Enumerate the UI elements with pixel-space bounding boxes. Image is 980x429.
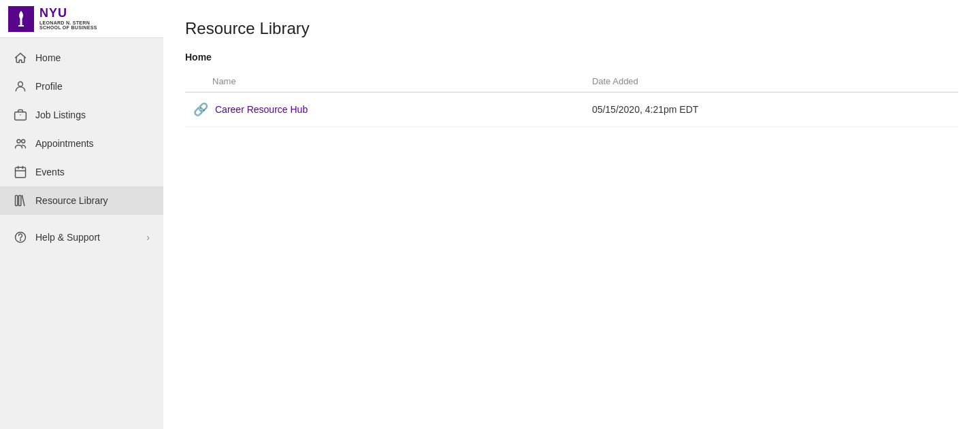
sidebar-item-job-listings-label: Job Listings — [35, 109, 150, 120]
logo-nyu-label: NYU — [39, 7, 97, 20]
page-title: Resource Library — [185, 19, 958, 38]
svg-rect-7 — [16, 167, 26, 177]
svg-rect-1 — [18, 25, 24, 27]
svg-rect-11 — [16, 196, 18, 206]
logo-text: NYU LEONARD N. STERN SCHOOL OF BUSINESS — [39, 7, 97, 31]
svg-point-6 — [22, 139, 25, 143]
table-cell-date: 05/15/2020, 4:21pm EDT — [584, 92, 958, 127]
svg-rect-0 — [20, 18, 22, 25]
sidebar: NYU LEONARD N. STERN SCHOOL OF BUSINESS … — [0, 0, 163, 429]
svg-point-14 — [20, 240, 21, 241]
link-icon: 🔗 — [193, 102, 208, 117]
main-content: Resource Library Home Name Date Added 🔗 … — [163, 0, 980, 429]
chevron-right-icon: › — [146, 232, 150, 243]
svg-point-2 — [18, 82, 23, 86]
sidebar-item-resource-library[interactable]: Resource Library — [0, 186, 163, 215]
svg-rect-3 — [15, 112, 27, 120]
sidebar-item-home[interactable]: Home — [0, 44, 163, 72]
logo-stern-line1: LEONARD N. STERN — [39, 20, 97, 26]
person-icon — [14, 80, 27, 93]
sidebar-item-help[interactable]: Help & Support › — [0, 223, 163, 252]
column-name: Name — [185, 71, 584, 92]
help-icon — [14, 230, 27, 244]
sidebar-item-appointments[interactable]: Appointments — [0, 129, 163, 158]
sidebar-item-job-listings[interactable]: Job Listings — [0, 101, 163, 129]
home-icon — [14, 51, 27, 65]
svg-rect-12 — [19, 196, 21, 206]
sidebar-item-events-label: Events — [35, 167, 150, 177]
nyu-torch-icon — [14, 10, 29, 29]
briefcase-icon — [14, 108, 27, 122]
people-icon — [14, 137, 27, 150]
sidebar-item-appointments-label: Appointments — [35, 138, 150, 149]
logo-stern-line2: SCHOOL OF BUSINESS — [39, 25, 97, 31]
logo-area: NYU LEONARD N. STERN SCHOOL OF BUSINESS — [0, 0, 163, 38]
sidebar-item-resource-library-label: Resource Library — [35, 195, 150, 206]
sidebar-nav: Home Profile Job Listings Appointments — [0, 38, 163, 429]
table-body: 🔗 Career Resource Hub 05/15/2020, 4:21pm… — [185, 92, 958, 127]
sidebar-item-profile-label: Profile — [35, 81, 150, 92]
sidebar-item-profile[interactable]: Profile — [0, 72, 163, 101]
sidebar-item-help-label: Help & Support — [35, 232, 138, 243]
career-resource-hub-link[interactable]: Career Resource Hub — [215, 104, 308, 115]
sidebar-item-home-label: Home — [35, 52, 150, 63]
svg-point-5 — [17, 139, 20, 143]
library-icon — [14, 194, 27, 207]
sidebar-item-events[interactable]: Events — [0, 158, 163, 186]
resource-table: Name Date Added 🔗 Career Resource Hub 05… — [185, 71, 958, 127]
table-row: 🔗 Career Resource Hub 05/15/2020, 4:21pm… — [185, 92, 958, 127]
calendar-icon — [14, 165, 27, 179]
logo-box — [8, 6, 34, 32]
table-header: Name Date Added — [185, 71, 958, 92]
table-cell-name: 🔗 Career Resource Hub — [185, 92, 584, 126]
section-label: Home — [185, 52, 958, 63]
column-date-added: Date Added — [584, 71, 958, 92]
